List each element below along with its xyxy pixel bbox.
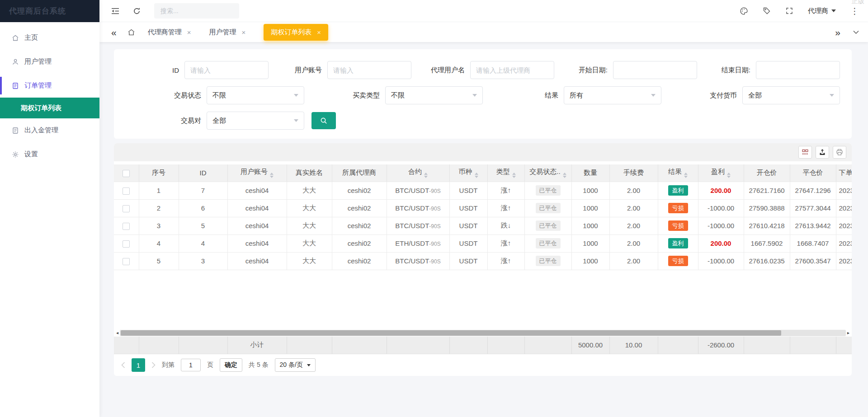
- scroll-right-icon[interactable]: ▸: [847, 331, 849, 335]
- cell-fee: 2.00: [609, 217, 658, 234]
- sidebar-item-label: 用户管理: [24, 57, 52, 66]
- user-menu[interactable]: 代理商: [808, 7, 836, 15]
- column-label: 合约: [408, 168, 422, 175]
- collapse-sidebar-icon[interactable]: [111, 8, 119, 14]
- scroll-left-icon[interactable]: ◂: [116, 331, 118, 335]
- filter-currency: 支付货币 全部: [661, 86, 840, 104]
- row-checkbox[interactable]: [123, 223, 130, 230]
- cell-type: 涨↑: [487, 182, 524, 199]
- table-row: 53ceshi04大大ceshi02BTC/USDT-90SUSDT涨↑已平仓1…: [114, 252, 852, 270]
- summary-cell-status: [524, 337, 571, 354]
- summary-cell-type: [487, 337, 524, 354]
- tab-option-order-list[interactable]: 期权订单列表 ×: [264, 24, 328, 41]
- sidebar-item-funds-management[interactable]: 出入金管理: [0, 118, 99, 142]
- goto-confirm-button[interactable]: 确定: [220, 358, 242, 372]
- sort-icon[interactable]: [684, 173, 688, 178]
- column-header-profit[interactable]: 盈利: [698, 164, 744, 182]
- cell-close_price: 1668.7407: [790, 234, 836, 252]
- sidebar-item-label: 订单管理: [24, 81, 52, 90]
- tabs-scroll-right-icon[interactable]: »: [835, 28, 840, 37]
- columns-filter-button[interactable]: [798, 146, 812, 159]
- print-button[interactable]: [833, 146, 846, 159]
- tag-icon[interactable]: [763, 7, 771, 15]
- sort-icon[interactable]: [424, 173, 428, 178]
- current-page-button[interactable]: 1: [132, 358, 145, 372]
- tab-agent-management[interactable]: 代理商管理 ×: [148, 28, 191, 37]
- pair-select[interactable]: 全部: [207, 112, 304, 130]
- table-row: 26ceshi04大大ceshi02BTC/USDT-90SUSDT涨↑已平仓1…: [114, 199, 852, 217]
- sidebar-item-home[interactable]: 主页: [0, 26, 99, 50]
- side-select[interactable]: 不限: [385, 86, 483, 104]
- column-header-contract[interactable]: 合约: [387, 164, 449, 182]
- scrollbar-thumb[interactable]: [121, 330, 781, 336]
- result-badge: 亏损: [668, 203, 688, 214]
- cell-order_time: 2023: [836, 234, 852, 252]
- cell-contract: BTC/USDT-90S: [387, 217, 449, 234]
- close-icon[interactable]: ×: [317, 28, 321, 36]
- sort-icon[interactable]: [563, 173, 566, 178]
- close-icon[interactable]: ×: [187, 28, 191, 36]
- row-checkbox[interactable]: [123, 240, 130, 248]
- account-input[interactable]: [327, 61, 411, 79]
- refresh-icon[interactable]: [133, 7, 141, 15]
- summary-cell-result: [658, 337, 698, 354]
- kebab-menu-icon[interactable]: ⋮: [850, 7, 859, 15]
- cell-amount: 1000: [571, 199, 609, 217]
- main-column: 代理商 ⋮ 正版 « 代理商管理 × 用户管理 × 期权订单列表: [99, 0, 868, 417]
- column-header-result[interactable]: 结果: [658, 164, 698, 182]
- tabs-menu-chevron-icon[interactable]: [853, 30, 859, 34]
- fullscreen-icon[interactable]: [785, 7, 793, 15]
- trade-status-select[interactable]: 不限: [207, 86, 304, 104]
- theme-palette-icon[interactable]: [740, 7, 748, 15]
- result-select[interactable]: 所有: [564, 86, 661, 104]
- column-header-status[interactable]: 交易状态..: [524, 164, 571, 182]
- id-input[interactable]: [184, 61, 269, 79]
- column-header-coin[interactable]: 币种: [449, 164, 487, 182]
- column-header-type[interactable]: 类型: [487, 164, 524, 182]
- tabs-scroll-left-icon[interactable]: «: [111, 28, 117, 37]
- goto-page-input[interactable]: [181, 359, 201, 371]
- filter-id-label: ID: [172, 66, 179, 74]
- tabbar-actions: »: [835, 28, 859, 37]
- filter-start-date: 开始日期:: [554, 61, 697, 79]
- start-date-input[interactable]: [613, 61, 697, 79]
- end-date-input[interactable]: [756, 61, 840, 79]
- next-page-icon[interactable]: [151, 362, 156, 368]
- sort-icon[interactable]: [270, 173, 274, 178]
- sort-icon[interactable]: [727, 173, 731, 178]
- close-icon[interactable]: ×: [241, 28, 245, 36]
- column-header-open_price: 开仓价: [744, 164, 790, 182]
- sidebar-item-label: 出入金管理: [24, 126, 58, 135]
- row-checkbox[interactable]: [123, 205, 130, 212]
- cell-type: 涨↑: [487, 199, 524, 217]
- sort-icon[interactable]: [475, 173, 478, 178]
- page-size-select[interactable]: 20 条/页: [275, 358, 316, 372]
- scrollbar-track[interactable]: [120, 330, 846, 336]
- cell-fee: 2.00: [609, 182, 658, 199]
- agent-input[interactable]: [470, 61, 554, 79]
- sidebar-item-option-order-list[interactable]: 期权订单列表: [0, 98, 99, 118]
- search-input[interactable]: [154, 3, 239, 19]
- column-header-account[interactable]: 用户账号: [227, 164, 287, 182]
- select-all-checkbox[interactable]: [123, 170, 130, 177]
- cell-fee: 2.00: [609, 234, 658, 252]
- row-checkbox[interactable]: [123, 258, 130, 265]
- sort-icon[interactable]: [512, 173, 516, 178]
- home-tab-icon[interactable]: [127, 28, 135, 36]
- column-header-checkbox: [114, 164, 139, 182]
- filter-currency-label: 支付货币: [710, 91, 737, 100]
- cell-result: 亏损: [658, 217, 698, 234]
- sidebar-item-user-management[interactable]: 用户管理: [0, 50, 99, 74]
- currency-select[interactable]: 全部: [742, 86, 840, 104]
- sidebar-item-settings[interactable]: 设置: [0, 142, 99, 166]
- cell-open_price: 27616.0235: [744, 252, 790, 270]
- tab-user-management[interactable]: 用户管理 ×: [209, 28, 245, 37]
- sidebar-item-order-management[interactable]: 订单管理: [0, 74, 99, 98]
- export-button[interactable]: [816, 146, 829, 159]
- row-checkbox[interactable]: [123, 187, 130, 195]
- search-button[interactable]: [311, 112, 336, 129]
- prev-page-icon[interactable]: [121, 362, 125, 368]
- table-panel: 序号ID用户账号真实姓名所属代理商合约币种类型交易状态..数量手续费结果盈利开仓…: [114, 143, 852, 376]
- cell-real_name: 大大: [287, 182, 332, 199]
- chevron-down-icon: [831, 9, 836, 12]
